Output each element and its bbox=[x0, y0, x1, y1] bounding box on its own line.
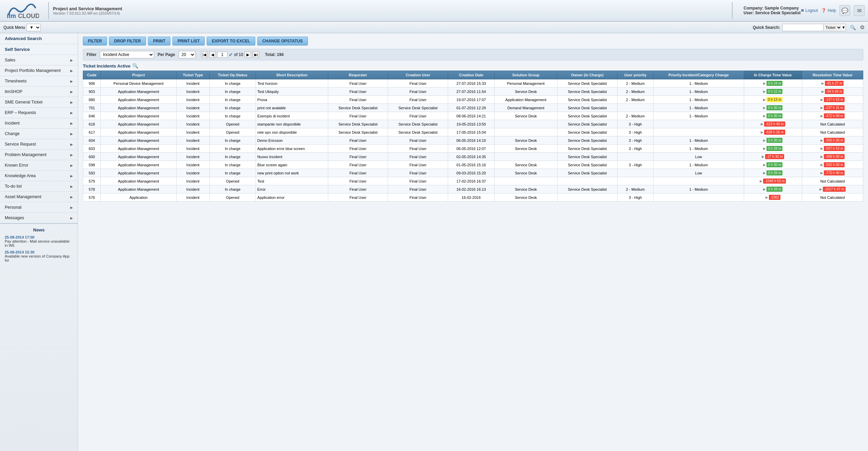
quick-search-type-arrow[interactable]: ▼ bbox=[842, 25, 846, 30]
sidebar-item-knowledge-area[interactable]: Knowledge Area ▶ bbox=[0, 171, 78, 181]
mail-button[interactable]: ✉ bbox=[854, 5, 865, 16]
cell-op-status: In charge bbox=[209, 96, 256, 104]
cell-in-charge-time: ▶ 0 h 28 m bbox=[744, 185, 802, 193]
page-number-input[interactable] bbox=[217, 52, 227, 58]
sidebar-item-change[interactable]: Change ▶ bbox=[0, 129, 78, 139]
table-row[interactable]: 583 Application Management Incident In c… bbox=[83, 169, 863, 177]
sidebar-item-timesheets[interactable]: Timesheets ▶ bbox=[0, 76, 78, 87]
in-charge-play-icon[interactable]: ▶ bbox=[763, 171, 766, 175]
resolution-play-icon[interactable]: ▶ bbox=[820, 98, 823, 101]
cell-solution-group bbox=[494, 153, 557, 161]
cell-user-priority bbox=[617, 153, 653, 161]
company-label: Company: bbox=[743, 6, 763, 11]
cell-creation-user: Service Desk Specialist bbox=[388, 104, 448, 112]
in-charge-play-icon[interactable]: ▶ bbox=[763, 81, 766, 85]
table-row[interactable]: 579 Application Management Incident Open… bbox=[83, 177, 863, 185]
notifications-button[interactable]: 💬 bbox=[839, 5, 850, 16]
resolution-play-icon[interactable]: ▶ bbox=[820, 171, 823, 175]
in-charge-play-icon[interactable]: ▶ bbox=[761, 122, 763, 126]
in-charge-play-icon[interactable]: ▶ bbox=[763, 98, 766, 101]
table-row[interactable]: 598 Application Management Incident In c… bbox=[83, 161, 863, 169]
settings-icon[interactable]: ⚙ bbox=[860, 24, 865, 31]
resolution-play-icon[interactable]: ▶ bbox=[820, 106, 823, 110]
in-charge-play-icon[interactable]: ▶ bbox=[765, 195, 768, 199]
quick-search-type-dropdown[interactable]: Ticket bbox=[823, 24, 842, 31]
drop-filter-button[interactable]: DROP FILTER bbox=[109, 37, 146, 45]
quick-menu-dropdown[interactable]: ▼ bbox=[26, 24, 41, 31]
help-button[interactable]: ❓ Help bbox=[821, 8, 836, 13]
per-page-dropdown[interactable]: 20 bbox=[179, 51, 196, 58]
table-row[interactable]: 906 Personal Device Management Incident … bbox=[83, 79, 863, 88]
in-charge-play-icon[interactable]: ▶ bbox=[763, 114, 766, 118]
resolution-play-icon[interactable]: ▶ bbox=[821, 90, 824, 93]
cell-priority: Low bbox=[653, 153, 744, 161]
table-row[interactable]: 880 Application Management Incident In c… bbox=[83, 96, 863, 104]
export-excel-button[interactable]: EXPORT TO EXCEL bbox=[207, 37, 255, 45]
sidebar-item-itmshop[interactable]: itmSHOP ▶ bbox=[0, 87, 78, 97]
sidebar-item-todo[interactable]: To-do list ▶ bbox=[0, 181, 78, 192]
next-page-button[interactable]: ▶ bbox=[244, 51, 251, 58]
resolution-play-icon[interactable]: ▶ bbox=[820, 147, 823, 150]
filter-dropdown[interactable]: Incident Active bbox=[100, 51, 154, 58]
in-charge-play-icon[interactable]: ▶ bbox=[763, 106, 766, 110]
resolution-play-icon[interactable]: ▶ bbox=[820, 155, 823, 158]
sidebar-item-asset[interactable]: Asset Management ▶ bbox=[0, 192, 78, 202]
news-date-1: 25-08-2014 17:00 bbox=[5, 235, 73, 239]
cell-creation-date: 16-02-2016 16:13 bbox=[448, 185, 495, 193]
resolution-play-icon[interactable]: ▶ bbox=[820, 114, 823, 118]
table-row[interactable]: 618 Application Management Incident Open… bbox=[83, 120, 863, 128]
print-button[interactable]: PRINT bbox=[148, 37, 170, 45]
sidebar-item-self-service[interactable]: Self Service bbox=[0, 44, 78, 55]
table-row[interactable]: 576 Application Incident Opened Applicat… bbox=[83, 193, 863, 202]
cell-user-priority: 3 - High bbox=[617, 193, 653, 202]
table-row[interactable]: 617 Application Management Incident Open… bbox=[83, 128, 863, 136]
print-list-button[interactable]: PRINT LIST bbox=[172, 37, 205, 45]
sidebar-item-personal[interactable]: Personal ▶ bbox=[0, 202, 78, 213]
chevron-right-icon: ▶ bbox=[70, 143, 73, 146]
resolution-play-icon[interactable]: ▶ bbox=[820, 163, 823, 167]
first-page-button[interactable]: |◀ bbox=[201, 51, 208, 58]
sidebar-item-service-request[interactable]: Service Request ▶ bbox=[0, 139, 78, 150]
table-row[interactable]: 578 Application Management Incident In c… bbox=[83, 185, 863, 193]
search-icon[interactable]: 🔍 bbox=[848, 25, 858, 30]
in-charge-play-icon[interactable]: ▶ bbox=[761, 130, 763, 134]
cell-project: Personal Device Management bbox=[101, 79, 177, 88]
sidebar-item-advanced-search[interactable]: Advanced Search bbox=[0, 33, 78, 44]
in-charge-play-icon[interactable]: ▶ bbox=[760, 179, 762, 183]
table-row[interactable]: 903 Application Management Incident In c… bbox=[83, 88, 863, 96]
last-page-button[interactable]: ▶| bbox=[253, 51, 259, 58]
resolution-play-icon[interactable]: ▶ bbox=[820, 138, 823, 142]
cell-op-status: Opened bbox=[209, 128, 256, 136]
in-charge-play-icon[interactable]: ▶ bbox=[763, 147, 766, 150]
sidebar-item-known-error[interactable]: Known Error ▶ bbox=[0, 160, 78, 171]
sidebar-item-problem-management[interactable]: Problem Management ▶ bbox=[0, 150, 78, 160]
in-charge-play-icon[interactable]: ▶ bbox=[763, 138, 766, 142]
sidebar-item-incident[interactable]: Incident ▶ bbox=[0, 118, 78, 129]
in-charge-play-icon[interactable]: ▶ bbox=[762, 155, 764, 158]
table-search-icon[interactable]: 🔍 bbox=[132, 63, 138, 69]
sidebar-item-messages[interactable]: Messages ▶ bbox=[0, 213, 78, 223]
sidebar-item-erp[interactable]: ERP – Requests ▶ bbox=[0, 108, 78, 118]
logout-button[interactable]: ✖ Logout bbox=[801, 8, 818, 13]
resolution-play-icon[interactable]: ▶ bbox=[821, 81, 824, 85]
filter-button[interactable]: FILTER bbox=[83, 37, 107, 45]
in-charge-play-icon[interactable]: ▶ bbox=[763, 187, 766, 191]
cell-owner: Service Desk Specialist bbox=[557, 104, 617, 112]
table-row[interactable]: 646 Application Management Incident In c… bbox=[83, 112, 863, 120]
sidebar-item-ppm[interactable]: Project Portfolio Management ▶ bbox=[0, 65, 78, 76]
prev-page-button[interactable]: ◀ bbox=[209, 51, 216, 58]
resolution-play-icon[interactable]: ▶ bbox=[819, 187, 822, 191]
in-charge-play-icon[interactable]: ▶ bbox=[763, 163, 766, 167]
table-row[interactable]: 604 Application Management Incident In c… bbox=[83, 136, 863, 145]
sidebar-item-sales[interactable]: Sales ▶ bbox=[0, 55, 78, 65]
resolution-time-value: Not Calculated bbox=[820, 122, 845, 126]
change-opstatus-button[interactable]: CHANGE OPSTATUS bbox=[257, 37, 308, 45]
sidebar-item-sme[interactable]: SME General Ticket ▶ bbox=[0, 97, 78, 108]
table-row[interactable]: 600 Application Management Incident In c… bbox=[83, 153, 863, 161]
in-charge-play-icon[interactable]: ▶ bbox=[763, 90, 766, 93]
table-row[interactable]: 603 Application Management Incident In c… bbox=[83, 145, 863, 153]
cell-solution-group: Service Desk bbox=[494, 193, 557, 202]
cell-user-priority: 3 - High bbox=[617, 145, 653, 153]
quick-search-input[interactable] bbox=[782, 24, 823, 31]
table-row[interactable]: 701 Application Management Incident In c… bbox=[83, 104, 863, 112]
